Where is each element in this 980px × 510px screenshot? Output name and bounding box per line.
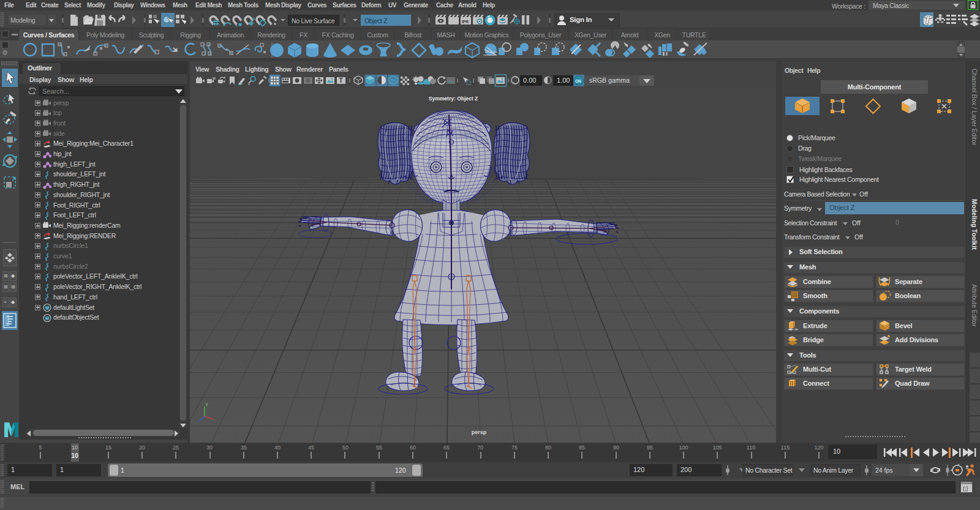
svg-text:100: 100: [679, 444, 688, 451]
svg-text:25: 25: [173, 444, 179, 451]
svg-text:90: 90: [613, 444, 619, 451]
svg-text:IPR: IPR: [462, 20, 469, 24]
svg-text:0.00: 0.00: [523, 77, 536, 84]
svg-text:30: 30: [206, 444, 213, 451]
svg-text:1.00: 1.00: [557, 77, 570, 84]
svg-text:70: 70: [477, 444, 483, 451]
svg-text:35: 35: [241, 444, 247, 451]
svg-text:65: 65: [443, 444, 450, 451]
svg-text:50: 50: [342, 444, 349, 451]
svg-text:120: 120: [814, 444, 823, 451]
svg-text:5: 5: [39, 444, 42, 451]
svg-text:80: 80: [545, 444, 551, 451]
svg-text:85: 85: [579, 444, 585, 451]
svg-text:{;}: {;}: [963, 486, 968, 492]
svg-text:10: 10: [71, 452, 78, 459]
svg-text:sRGB gamma: sRGB gamma: [589, 77, 630, 84]
svg-text:55: 55: [376, 444, 382, 451]
svg-text:10: 10: [72, 444, 78, 451]
svg-text:Symmetry: Object Z: Symmetry: Object Z: [429, 96, 478, 102]
svg-text:105: 105: [712, 444, 722, 451]
svg-text:45: 45: [308, 444, 314, 451]
svg-text:110: 110: [747, 444, 755, 451]
svg-text:60: 60: [410, 444, 416, 451]
svg-text:15: 15: [105, 444, 111, 451]
svg-text:T: T: [339, 77, 343, 84]
svg-text:persp: persp: [472, 429, 487, 435]
svg-text:y: y: [206, 402, 208, 407]
svg-text:ON: ON: [575, 79, 581, 83]
svg-text:115: 115: [781, 444, 790, 451]
svg-text:75: 75: [511, 444, 518, 451]
svg-text:20: 20: [139, 444, 145, 451]
svg-text:95: 95: [647, 444, 653, 451]
svg-text:40: 40: [274, 444, 281, 451]
